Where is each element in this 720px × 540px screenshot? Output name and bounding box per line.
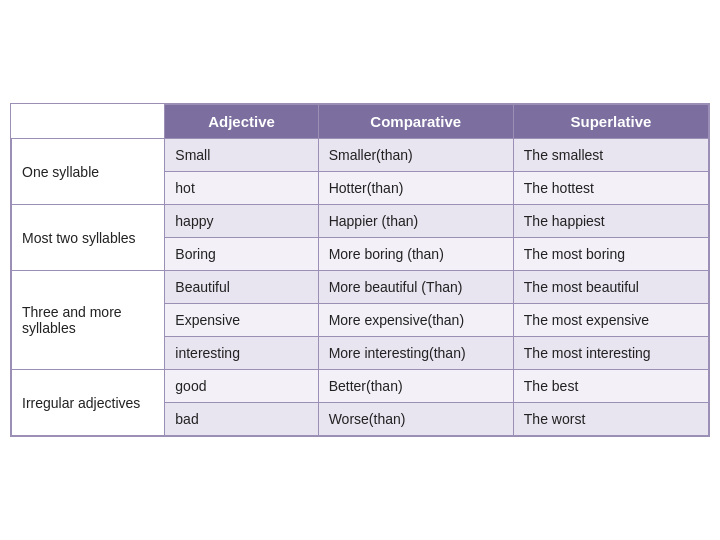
comparative-cell: Hotter(than) <box>318 172 513 205</box>
category-cell: Three and more syllables <box>12 271 165 370</box>
superlative-cell: The hottest <box>513 172 708 205</box>
adjective-cell: Small <box>165 139 318 172</box>
adjective-cell: Beautiful <box>165 271 318 304</box>
superlative-cell: The best <box>513 370 708 403</box>
comparative-cell: Better(than) <box>318 370 513 403</box>
comparative-cell: Worse(than) <box>318 403 513 436</box>
adjective-cell: Boring <box>165 238 318 271</box>
category-cell: Irregular adjectives <box>12 370 165 436</box>
superlative-cell: The most boring <box>513 238 708 271</box>
header-superlative: Superlative <box>513 105 708 139</box>
superlative-cell: The most expensive <box>513 304 708 337</box>
comparative-cell: Smaller(than) <box>318 139 513 172</box>
grammar-table: Adjective Comparative Superlative One sy… <box>10 103 710 437</box>
adjective-cell: bad <box>165 403 318 436</box>
comparative-cell: Happier (than) <box>318 205 513 238</box>
adjective-cell: hot <box>165 172 318 205</box>
superlative-cell: The most interesting <box>513 337 708 370</box>
adjective-cell: good <box>165 370 318 403</box>
comparative-cell: More interesting(than) <box>318 337 513 370</box>
adjective-cell: Expensive <box>165 304 318 337</box>
category-cell: One syllable <box>12 139 165 205</box>
comparative-cell: More expensive(than) <box>318 304 513 337</box>
header-comparative: Comparative <box>318 105 513 139</box>
category-cell: Most two syllables <box>12 205 165 271</box>
comparative-cell: More beautiful (Than) <box>318 271 513 304</box>
adjective-cell: happy <box>165 205 318 238</box>
superlative-cell: The happiest <box>513 205 708 238</box>
comparative-cell: More boring (than) <box>318 238 513 271</box>
superlative-cell: The worst <box>513 403 708 436</box>
adjective-cell: interesting <box>165 337 318 370</box>
header-empty <box>12 105 165 139</box>
superlative-cell: The smallest <box>513 139 708 172</box>
header-adjective: Adjective <box>165 105 318 139</box>
superlative-cell: The most beautiful <box>513 271 708 304</box>
